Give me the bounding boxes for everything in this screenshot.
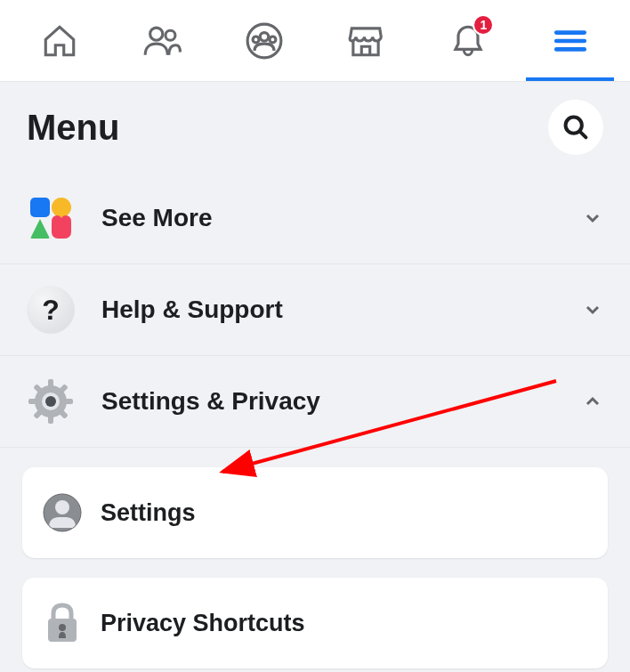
chevron-down-icon: [582, 299, 603, 320]
svg-line-10: [580, 132, 586, 138]
svg-rect-13: [48, 415, 53, 424]
nav-friends[interactable]: [111, 0, 214, 81]
marketplace-icon: [346, 21, 385, 61]
search-icon: [561, 113, 590, 142]
chevron-down-icon: [582, 207, 603, 229]
question-icon: ?: [27, 286, 75, 334]
nav-home[interactable]: [9, 0, 111, 81]
svg-point-4: [253, 36, 259, 42]
nav-notifications[interactable]: 1: [417, 0, 520, 81]
help-icon-wrap: ?: [27, 286, 75, 334]
notification-badge: 1: [472, 14, 494, 36]
svg-point-26: [59, 624, 66, 631]
help-support-label: Help & Support: [101, 296, 582, 324]
menu-item-help-support[interactable]: ? Help & Support: [0, 264, 630, 356]
nav-marketplace[interactable]: [315, 0, 417, 81]
sub-item-privacy-shortcuts[interactable]: Privacy Shortcuts: [22, 578, 608, 668]
menu-header: Menu: [0, 82, 630, 173]
svg-point-21: [45, 396, 56, 407]
menu-item-see-more[interactable]: See More: [0, 173, 630, 264]
privacy-shortcuts-label: Privacy Shortcuts: [101, 610, 305, 637]
svg-rect-15: [64, 399, 73, 404]
hamburger-icon: [551, 21, 590, 61]
groups-icon: [245, 21, 284, 61]
settings-privacy-subitems: Settings Privacy Shortcuts: [0, 467, 630, 668]
svg-point-0: [150, 28, 163, 40]
svg-point-3: [260, 32, 268, 40]
svg-rect-14: [28, 399, 37, 404]
settings-privacy-label: Settings & Privacy: [101, 387, 582, 416]
sub-item-settings[interactable]: Settings: [22, 467, 608, 558]
menu-item-settings-privacy[interactable]: Settings & Privacy: [0, 356, 630, 448]
settings-avatar-icon: [42, 492, 83, 533]
see-more-label: See More: [101, 204, 582, 232]
gear-icon: [27, 377, 75, 425]
nav-menu[interactable]: [519, 0, 621, 81]
settings-label: Settings: [101, 499, 196, 527]
home-icon: [40, 21, 79, 61]
top-navigation: 1: [0, 0, 630, 82]
gear-icon-wrap: [27, 377, 75, 425]
see-more-icon: [27, 194, 75, 242]
page-title: Menu: [27, 108, 119, 148]
chevron-up-icon: [582, 391, 603, 412]
lock-icon: [42, 603, 83, 644]
nav-groups[interactable]: [213, 0, 315, 81]
search-button[interactable]: [548, 100, 603, 155]
svg-rect-12: [48, 379, 53, 388]
svg-point-1: [166, 30, 175, 40]
svg-point-23: [55, 500, 69, 514]
friends-icon: [142, 21, 182, 61]
svg-point-5: [270, 36, 276, 42]
